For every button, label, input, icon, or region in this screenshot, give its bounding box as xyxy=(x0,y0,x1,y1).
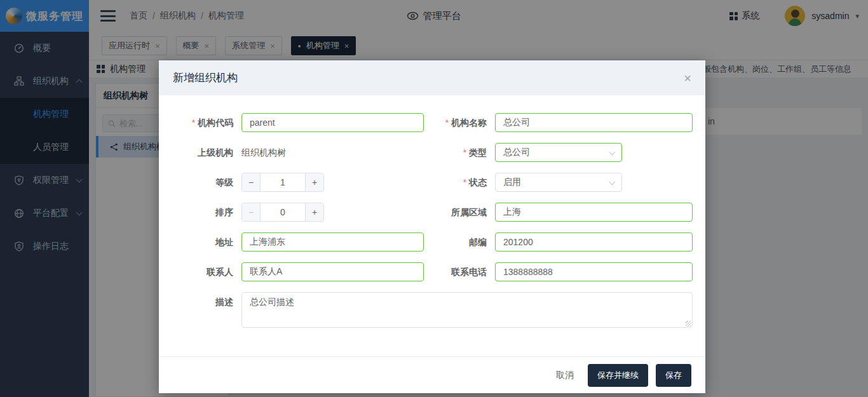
field-org-name: 机构名称 xyxy=(440,113,693,132)
address-input[interactable] xyxy=(241,232,424,252)
field-address: 地址 xyxy=(172,232,424,252)
field-type: 类型 总公司 xyxy=(440,143,693,162)
cancel-button[interactable]: 取消 xyxy=(550,365,580,386)
decrement-button[interactable]: − xyxy=(242,203,261,221)
close-icon[interactable]: × xyxy=(684,72,691,84)
resize-handle[interactable] xyxy=(686,321,691,326)
field-parent-org: 上级机构 组织机构树 xyxy=(172,143,424,162)
save-and-continue-button[interactable]: 保存并继续 xyxy=(588,364,648,387)
field-label: 描述 xyxy=(172,292,241,311)
sort-value[interactable]: 0 xyxy=(261,203,305,221)
chevron-down-icon xyxy=(609,149,616,156)
field-status: 状态 启用 xyxy=(440,173,693,192)
org-name-input[interactable] xyxy=(495,113,693,132)
field-description: 描述 总公司描述 xyxy=(172,292,693,328)
region-input[interactable] xyxy=(495,203,693,222)
modal-body: 机构代码 机构名称 上级机构 组织机构树 类型 总公司 xyxy=(159,95,705,356)
field-label: 状态 xyxy=(440,173,495,192)
field-zipcode: 邮编 xyxy=(440,232,693,252)
status-select-value: 启用 xyxy=(503,177,521,188)
increment-button[interactable]: + xyxy=(305,173,323,191)
sort-stepper: − 0 + xyxy=(241,203,324,222)
field-phone: 联系电话 xyxy=(440,262,693,281)
field-label: 联系人 xyxy=(172,262,241,281)
field-label: 机构代码 xyxy=(172,113,241,132)
field-sort: 排序 − 0 + xyxy=(172,203,424,222)
parent-org-value: 组织机构树 xyxy=(241,143,286,162)
type-select-value: 总公司 xyxy=(503,147,530,158)
type-select[interactable]: 总公司 xyxy=(495,143,622,162)
field-contact: 联系人 xyxy=(172,262,424,281)
field-region: 所属区域 xyxy=(440,203,693,222)
field-label: 邮编 xyxy=(440,232,495,252)
app-screen: 微服务管理 首页 / 组织机构 / 机构管理 管理平台 系统 sysadmin … xyxy=(0,0,868,397)
field-label: 联系电话 xyxy=(440,262,495,281)
field-level: 等级 − 1 + xyxy=(172,173,424,192)
modal-header: 新增组织机构 × xyxy=(159,60,705,95)
decrement-button[interactable]: − xyxy=(242,173,261,191)
level-stepper: − 1 + xyxy=(241,173,324,192)
phone-input[interactable] xyxy=(495,262,693,281)
zipcode-input[interactable] xyxy=(495,232,693,252)
field-label: 类型 xyxy=(440,143,495,162)
field-label: 等级 xyxy=(172,173,241,192)
chevron-down-icon xyxy=(609,179,616,185)
status-select[interactable]: 启用 xyxy=(495,173,622,192)
increment-button[interactable]: + xyxy=(305,203,323,221)
field-label: 排序 xyxy=(172,203,241,222)
field-label: 上级机构 xyxy=(172,143,241,162)
field-org-code: 机构代码 xyxy=(172,113,424,132)
field-label: 机构名称 xyxy=(440,113,495,132)
field-label: 地址 xyxy=(172,232,241,252)
modal-title: 新增组织机构 xyxy=(173,71,238,85)
description-textarea[interactable]: 总公司描述 xyxy=(241,292,693,328)
add-org-modal: 新增组织机构 × 机构代码 机构名称 上级机构 组织机构树 类型 xyxy=(159,60,705,393)
save-button[interactable]: 保存 xyxy=(656,364,691,387)
field-label: 所属区域 xyxy=(440,203,495,222)
contact-input[interactable] xyxy=(241,262,424,281)
org-code-input[interactable] xyxy=(241,113,424,132)
modal-footer: 取消 保存并继续 保存 xyxy=(159,356,705,393)
level-value[interactable]: 1 xyxy=(261,173,305,191)
